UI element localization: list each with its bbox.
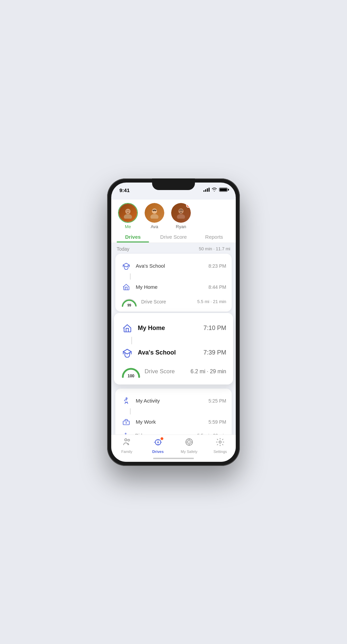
to-label-1: My Home bbox=[136, 284, 158, 290]
ryan-badge bbox=[186, 203, 191, 208]
status-icons bbox=[203, 187, 228, 192]
svg-point-6 bbox=[153, 210, 154, 211]
phone-notch bbox=[152, 178, 195, 190]
from-label-3: My Activity bbox=[136, 398, 160, 404]
svg-point-16 bbox=[125, 433, 126, 434]
safety-icon bbox=[185, 438, 194, 449]
tab-underline bbox=[117, 241, 149, 242]
score-gauge-1: 99 bbox=[121, 297, 138, 306]
phone-screen: 9:41 bbox=[111, 183, 236, 462]
drive-row-to-featured: Ava's School 7:39 PM bbox=[121, 344, 226, 361]
settings-icon bbox=[216, 438, 225, 449]
avatar-me[interactable]: Me bbox=[118, 203, 138, 229]
to-time-1: 8:44 PM bbox=[209, 284, 226, 290]
status-time: 9:41 bbox=[119, 187, 130, 193]
from-label-1: Ava's School bbox=[136, 263, 165, 269]
nav-item-safety[interactable]: My Safety bbox=[174, 438, 205, 454]
svg-point-10 bbox=[180, 210, 181, 211]
svg-point-25 bbox=[219, 441, 221, 443]
drive-row-from-3: My Activity 5:25 PM bbox=[121, 393, 226, 408]
nav-label-settings: Settings bbox=[213, 450, 227, 454]
score-stats-1: 5.5 mi · 21 min bbox=[197, 299, 226, 304]
drive-row-to-1: My Home 8:44 PM bbox=[121, 280, 226, 295]
section-stats: 50 min · 11.7 mi bbox=[199, 246, 231, 251]
score-gauge-featured: 100 bbox=[121, 366, 141, 377]
today-section-header: Today 50 min · 11.7 mi bbox=[115, 243, 232, 254]
from-time-featured: 7:10 PM bbox=[203, 325, 226, 332]
score-stats-featured: 6.2 mi · 29 min bbox=[191, 368, 226, 375]
svg-point-2 bbox=[127, 210, 128, 211]
phone-frame: 9:41 bbox=[107, 178, 240, 466]
to-time-featured: 7:39 PM bbox=[203, 349, 226, 356]
from-time-3: 5:25 PM bbox=[209, 398, 226, 404]
score-label-featured: Drive Score bbox=[145, 368, 175, 375]
drive-card-1[interactable]: Ava's School 8:23 PM bbox=[115, 254, 232, 312]
svg-point-14 bbox=[126, 397, 127, 399]
drive-card-featured[interactable]: My Home 7:10 PM bbox=[114, 313, 233, 384]
score-row-3: Rider 5.5 mi · 20 min bbox=[121, 429, 226, 435]
svg-point-19 bbox=[125, 439, 127, 441]
drives-list[interactable]: Today 50 min · 11.7 mi bbox=[111, 243, 236, 435]
avatars-row: Me bbox=[118, 203, 229, 229]
home-icon-1 bbox=[121, 282, 132, 293]
nav-label-safety: My Safety bbox=[181, 450, 197, 454]
nav-item-drives[interactable]: Drives bbox=[143, 438, 174, 454]
avatars-section: Me bbox=[111, 200, 236, 231]
family-icon bbox=[122, 438, 131, 449]
score-row-featured: 100 Drive Score 6.2 mi · 29 min bbox=[121, 363, 226, 378]
home-indicator bbox=[111, 455, 236, 462]
svg-point-0 bbox=[125, 209, 130, 214]
to-label-3: My Work bbox=[136, 419, 156, 425]
connector-featured bbox=[131, 337, 132, 344]
screen-content: Me bbox=[111, 200, 236, 462]
work-icon bbox=[121, 417, 132, 427]
tab-reports[interactable]: Reports bbox=[194, 231, 234, 242]
avatar-ryan[interactable]: Ryan bbox=[171, 203, 191, 229]
battery-icon bbox=[219, 188, 228, 192]
drives-icon bbox=[153, 438, 162, 449]
score-label-1: Drive Score bbox=[141, 299, 166, 304]
home-icon-featured bbox=[121, 322, 134, 335]
nav-item-family[interactable]: Family bbox=[111, 438, 143, 454]
avatar-me-label: Me bbox=[125, 224, 131, 229]
tab-drives[interactable]: Drives bbox=[113, 231, 153, 242]
svg-point-4 bbox=[152, 208, 157, 214]
drive-card-3[interactable]: My Activity 5:25 PM bbox=[115, 389, 232, 435]
svg-point-21 bbox=[158, 441, 159, 443]
svg-point-1 bbox=[124, 214, 132, 219]
svg-point-7 bbox=[155, 210, 156, 211]
from-time-1: 8:23 PM bbox=[209, 263, 226, 269]
connector-3 bbox=[130, 408, 131, 414]
school-icon-1 bbox=[121, 261, 132, 271]
activity-icon bbox=[121, 395, 132, 406]
svg-point-8 bbox=[178, 208, 183, 214]
to-time-3: 5:59 PM bbox=[209, 419, 226, 425]
drive-row-to-3: My Work 5:59 PM bbox=[121, 414, 226, 429]
avatar-ava-label: Ava bbox=[151, 224, 158, 229]
avatar-ava[interactable]: Ava bbox=[145, 203, 164, 229]
svg-point-9 bbox=[177, 214, 185, 219]
svg-text:100: 100 bbox=[128, 374, 134, 378]
svg-point-20 bbox=[128, 439, 129, 441]
svg-text:99: 99 bbox=[127, 303, 131, 307]
nav-label-drives: Drives bbox=[152, 450, 164, 454]
svg-point-11 bbox=[181, 210, 182, 211]
svg-point-24 bbox=[188, 441, 189, 442]
home-bar bbox=[153, 458, 194, 459]
signal-icon bbox=[203, 188, 210, 192]
to-label-featured: Ava's School bbox=[138, 349, 176, 356]
drives-badge-wrap bbox=[153, 438, 162, 449]
bottom-nav: Family Drives bbox=[111, 435, 236, 455]
score-row-1: 99 Drive Score 5.5 mi · 21 min bbox=[121, 295, 226, 307]
section-date: Today bbox=[117, 246, 129, 252]
drive-row-from-2: My Home 7:10 PM bbox=[121, 320, 226, 337]
school-icon-featured bbox=[121, 346, 134, 359]
nav-item-settings[interactable]: Settings bbox=[205, 438, 236, 454]
tab-drive-score[interactable]: Drive Score bbox=[153, 231, 194, 242]
from-label-featured: My Home bbox=[138, 325, 165, 332]
tabs-row: Drives Drive Score Reports bbox=[111, 231, 236, 243]
svg-point-5 bbox=[150, 214, 159, 219]
svg-point-3 bbox=[128, 210, 129, 211]
rider-icon bbox=[121, 432, 132, 435]
nav-label-family: Family bbox=[121, 450, 132, 454]
